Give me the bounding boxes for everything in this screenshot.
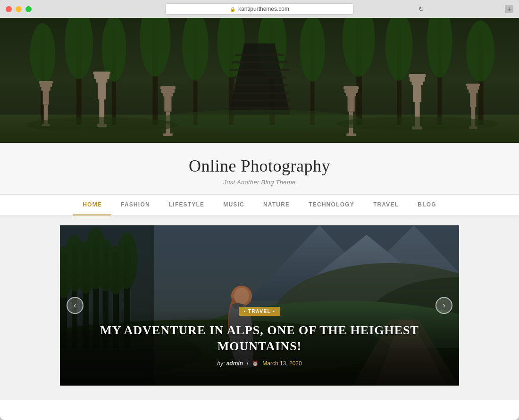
slide-author: admin <box>226 360 243 367</box>
svg-rect-27 <box>235 54 284 56</box>
svg-rect-43 <box>94 74 109 79</box>
close-button[interactable] <box>6 6 12 12</box>
clock-icon: ⏰ <box>252 361 259 367</box>
svg-point-72 <box>25 117 178 132</box>
browser-window: 🔒 kantipurthemes.com ↻ + <box>0 0 519 420</box>
hero-banner <box>0 18 519 143</box>
traffic-lights <box>6 6 32 12</box>
nav-item-travel[interactable]: TRAVEL <box>364 195 408 215</box>
nav-item-blog[interactable]: BLOG <box>408 195 445 215</box>
site-tagline: Just Another Blog Theme <box>9 179 510 186</box>
svg-rect-52 <box>163 133 172 136</box>
slide: TRAVEL MY ADVENTURE IN ALPS, ONE OF THE … <box>60 225 459 386</box>
svg-point-14 <box>30 23 56 84</box>
svg-point-25 <box>466 21 494 82</box>
slider-wrapper: TRAVEL MY ADVENTURE IN ALPS, ONE OF THE … <box>60 225 459 386</box>
svg-rect-47 <box>164 95 171 112</box>
slide-content: TRAVEL MY ADVENTURE IN ALPS, ONE OF THE … <box>60 306 459 367</box>
svg-rect-53 <box>348 95 355 112</box>
svg-rect-34 <box>228 107 291 109</box>
svg-rect-33 <box>229 99 290 101</box>
svg-rect-44 <box>93 72 110 74</box>
lock-icon: 🔒 <box>230 7 235 12</box>
nav-item-home[interactable]: HOME <box>73 195 111 215</box>
nav-item-music[interactable]: MUSIC <box>214 195 254 215</box>
url-text: kantipurthemes.com <box>238 6 289 12</box>
new-tab-button[interactable]: + <box>505 5 513 13</box>
svg-rect-66 <box>469 89 477 93</box>
svg-rect-50 <box>160 86 176 89</box>
svg-rect-29 <box>230 69 289 71</box>
nav-item-technology[interactable]: TECHNOLOGY <box>299 195 364 215</box>
svg-rect-38 <box>39 81 53 83</box>
refresh-button[interactable]: ↻ <box>419 5 424 13</box>
svg-rect-56 <box>343 86 359 89</box>
site-nav: HOME FASHION LIFESTYLE MUSIC NATURE TECH… <box>0 195 519 216</box>
site-content: Online Photography Just Another Blog The… <box>0 18 519 420</box>
slide-separator: / <box>247 360 248 367</box>
maximize-button[interactable] <box>25 6 32 12</box>
svg-rect-30 <box>233 76 286 78</box>
slider-next-button[interactable]: › <box>435 297 452 314</box>
svg-rect-32 <box>230 92 289 94</box>
svg-rect-62 <box>409 74 426 77</box>
slide-title: MY ADVENTURE IN ALPS, ONE OF THE HEIGHES… <box>98 322 421 354</box>
svg-rect-31 <box>232 84 288 86</box>
slide-date: March 13, 2020 <box>262 360 301 367</box>
slide-meta: by: admin / ⏰ March 13, 2020 <box>98 360 421 367</box>
chevron-right-icon: › <box>443 301 445 310</box>
slider-prev-button[interactable]: ‹ <box>67 297 84 314</box>
svg-point-73 <box>336 117 499 131</box>
svg-rect-55 <box>344 89 358 93</box>
url-bar[interactable]: 🔒 kantipurthemes.com ↻ <box>165 3 354 15</box>
nav-item-fashion[interactable]: FASHION <box>111 195 159 215</box>
svg-point-21 <box>300 18 325 82</box>
svg-point-71 <box>158 110 361 130</box>
minimize-button[interactable] <box>16 6 22 12</box>
svg-rect-58 <box>346 133 355 136</box>
svg-rect-65 <box>470 92 476 107</box>
slider-section: TRAVEL MY ADVENTURE IN ALPS, ONE OF THE … <box>0 216 519 400</box>
svg-rect-68 <box>466 84 480 86</box>
svg-rect-35 <box>43 89 49 104</box>
svg-rect-36 <box>41 87 50 91</box>
titlebar: 🔒 kantipurthemes.com ↻ + <box>0 0 519 18</box>
svg-rect-28 <box>232 61 287 63</box>
hero-illustration <box>0 18 519 143</box>
svg-rect-61 <box>410 76 425 82</box>
nav-item-nature[interactable]: NATURE <box>254 195 299 215</box>
nav-item-lifestyle[interactable]: LIFESTYLE <box>159 195 214 215</box>
slide-author-label: by: admin <box>217 360 243 367</box>
nav-list: HOME FASHION LIFESTYLE MUSIC NATURE TECH… <box>0 195 519 215</box>
svg-rect-59 <box>413 84 421 102</box>
site-header: Online Photography Just Another Blog The… <box>0 143 519 195</box>
svg-rect-67 <box>467 86 479 90</box>
slide-category: TRAVEL <box>239 307 280 316</box>
svg-rect-37 <box>40 83 52 87</box>
svg-rect-49 <box>161 89 175 93</box>
chevron-left-icon: ‹ <box>74 301 76 310</box>
site-title: Online Photography <box>9 156 510 176</box>
svg-rect-41 <box>98 82 106 99</box>
